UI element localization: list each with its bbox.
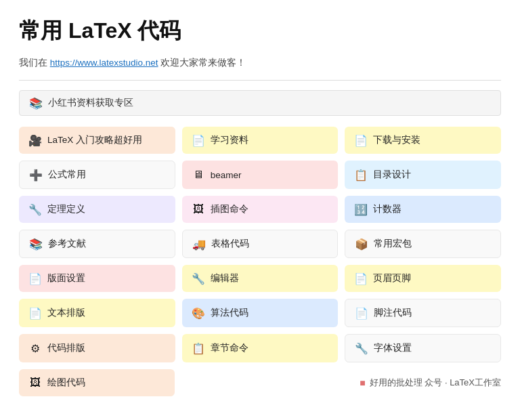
page-setup-label: 版面设置 xyxy=(47,272,85,285)
table-icon: 🚚 xyxy=(192,237,206,251)
figure-card[interactable]: 🖼插图命令 xyxy=(182,196,339,223)
subtitle: 我们在 https://www.latexstudio.net 欢迎大家常来做客… xyxy=(19,57,501,69)
beamer-label: beamer xyxy=(211,170,242,180)
editor-label: 编辑器 xyxy=(211,272,239,285)
table-card[interactable]: 🚚表格代码 xyxy=(182,230,339,258)
theorem-icon: 🔧 xyxy=(28,203,42,216)
figure-icon: 🖼 xyxy=(192,203,205,216)
banner-icon: 📚 xyxy=(29,96,43,110)
font-setting-label: 字体设置 xyxy=(374,342,412,354)
beamer-card[interactable]: 🖥beamer xyxy=(182,161,339,189)
section-banner: 📚 小红书资料获取专区 xyxy=(19,90,501,116)
header-footer-icon: 📄 xyxy=(354,272,368,285)
font-setting-icon: 🔧 xyxy=(355,341,368,355)
subtitle-suffix: 欢迎大家常来做客！ xyxy=(158,58,246,68)
reference-label: 参考文献 xyxy=(48,238,86,250)
toc-design-card[interactable]: 📋目录设计 xyxy=(345,161,501,189)
text-layout-label: 文本排版 xyxy=(47,307,85,319)
latex-intro-card[interactable]: 🎥LaTeX 入门攻略超好用 xyxy=(19,127,175,154)
drawing-label: 绘图代码 xyxy=(47,377,85,389)
packages-card[interactable]: 📦常用宏包 xyxy=(345,230,501,258)
counter-label: 计数器 xyxy=(373,203,402,215)
chapter-card[interactable]: 📋章节命令 xyxy=(182,334,339,362)
study-material-label: 学习资料 xyxy=(211,134,248,146)
algorithm-label: 算法代码 xyxy=(211,307,248,319)
latex-studio-link[interactable]: https://www.latexstudio.net xyxy=(50,58,158,68)
formula-icon: ➕ xyxy=(29,168,43,182)
algorithm-card[interactable]: 🎨算法代码 xyxy=(182,299,339,327)
chapter-icon: 📋 xyxy=(192,341,205,355)
page-setup-icon: 📄 xyxy=(28,272,42,285)
editor-icon: 🔧 xyxy=(192,272,205,285)
packages-label: 常用宏包 xyxy=(374,238,412,250)
card-grid: 🎥LaTeX 入门攻略超好用📄学习资料📄下载与安装➕公式常用🖥beamer📋目录… xyxy=(19,127,501,362)
toc-design-label: 目录设计 xyxy=(373,169,411,181)
page-setup-card[interactable]: 📄版面设置 xyxy=(19,265,175,292)
editor-card[interactable]: 🔧编辑器 xyxy=(182,265,339,292)
study-material-icon: 📄 xyxy=(192,133,205,147)
toc-design-icon: 📋 xyxy=(354,168,368,182)
banner-label: 小红书资料获取专区 xyxy=(48,97,133,109)
study-material-card[interactable]: 📄学习资料 xyxy=(182,127,339,154)
theorem-card[interactable]: 🔧定理定义 xyxy=(19,196,175,223)
footnote-icon: 📄 xyxy=(355,306,368,320)
header-footer-card[interactable]: 📄页眉页脚 xyxy=(345,265,501,292)
font-setting-card[interactable]: 🔧字体设置 xyxy=(345,334,501,362)
footnote-label: 脚注代码 xyxy=(374,307,412,319)
packages-icon: 📦 xyxy=(355,237,368,251)
divider xyxy=(19,80,501,81)
code-layout-icon: ⚙ xyxy=(28,341,42,355)
latex-intro-icon: 🎥 xyxy=(28,133,42,147)
text-layout-card[interactable]: 📄文本排版 xyxy=(19,299,175,327)
page-title: 常用 LaTeX 代码 xyxy=(19,16,501,46)
drawing-card[interactable]: 🖼 绘图代码 xyxy=(19,369,175,396)
header-footer-label: 页眉页脚 xyxy=(373,272,411,285)
counter-card[interactable]: 🔢计数器 xyxy=(345,196,501,223)
drawing-icon: 🖼 xyxy=(28,376,42,390)
latex-intro-label: LaTeX 入门攻略超好用 xyxy=(47,134,142,146)
code-layout-label: 代码排版 xyxy=(47,342,85,354)
algorithm-icon: 🎨 xyxy=(192,306,205,320)
download-label: 下载与安装 xyxy=(373,134,420,146)
download-icon: 📄 xyxy=(354,133,368,147)
subtitle-prefix: 我们在 xyxy=(19,58,50,68)
theorem-label: 定理定义 xyxy=(47,203,85,215)
reference-icon: 📚 xyxy=(29,237,43,251)
chapter-label: 章节命令 xyxy=(211,342,248,354)
counter-icon: 🔢 xyxy=(354,203,368,216)
footnote-card[interactable]: 📄脚注代码 xyxy=(345,299,501,327)
figure-label: 插图命令 xyxy=(211,203,248,215)
footer-row: 🖼 绘图代码 ■ 好用的批处理 众号 · LaTeX工作室 xyxy=(19,369,501,396)
footer-icon: ■ xyxy=(360,377,365,388)
text-layout-icon: 📄 xyxy=(28,306,42,320)
footer-label: 好用的批处理 众号 · LaTeX工作室 xyxy=(370,377,501,389)
reference-card[interactable]: 📚参考文献 xyxy=(19,230,175,258)
formula-label: 公式常用 xyxy=(48,169,86,181)
beamer-icon: 🖥 xyxy=(192,168,205,182)
table-label: 表格代码 xyxy=(211,238,249,250)
footer-branding: ■ 好用的批处理 众号 · LaTeX工作室 xyxy=(360,377,501,389)
formula-card[interactable]: ➕公式常用 xyxy=(19,161,175,189)
code-layout-card[interactable]: ⚙代码排版 xyxy=(19,334,175,362)
download-card[interactable]: 📄下载与安装 xyxy=(345,127,501,154)
